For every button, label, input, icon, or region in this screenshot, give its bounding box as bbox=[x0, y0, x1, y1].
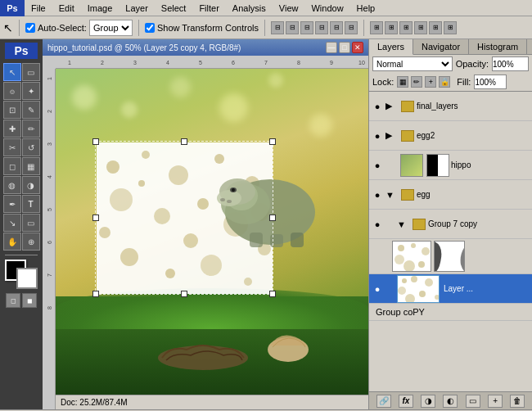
arrow-egg2[interactable]: ▶ bbox=[385, 130, 399, 141]
layer-item-group7copy[interactable]: ● ▼ Group 7 copy bbox=[369, 210, 532, 239]
dist-4[interactable]: ⊞ bbox=[414, 21, 427, 34]
layer-item-egg[interactable]: ● ▼ egg bbox=[369, 180, 532, 210]
lock-label: Lock: bbox=[372, 77, 394, 87]
show-transform-label: Show Transform Controls bbox=[157, 23, 259, 33]
hand-tool[interactable]: ✋ bbox=[3, 233, 21, 251]
eye-group7copy[interactable]: ● bbox=[371, 218, 384, 231]
menu-help[interactable]: Help bbox=[350, 2, 382, 15]
align-center[interactable]: ⊟ bbox=[286, 21, 299, 34]
text-tool[interactable]: T bbox=[22, 195, 40, 213]
gradient-tool[interactable]: ▦ bbox=[22, 157, 40, 175]
adjustment-button[interactable]: ◐ bbox=[443, 395, 458, 408]
svg-point-26 bbox=[232, 188, 235, 192]
dist-h[interactable]: ⊞ bbox=[370, 21, 383, 34]
align-top[interactable]: ⊟ bbox=[315, 21, 328, 34]
new-layer-button[interactable]: + bbox=[488, 395, 503, 408]
blur-tool[interactable]: ◍ bbox=[3, 176, 21, 194]
lasso-tool[interactable]: ⌾ bbox=[3, 82, 21, 100]
ruler-v-tick-8: 8 bbox=[47, 306, 52, 309]
ruler-horizontal: 1 2 3 4 5 6 7 8 9 10 bbox=[56, 56, 368, 69]
image-canvas[interactable] bbox=[56, 69, 368, 395]
eye-egg2[interactable]: ● bbox=[371, 129, 384, 142]
background-color[interactable] bbox=[16, 268, 38, 289]
menu-window[interactable]: Window bbox=[304, 2, 349, 15]
svg-rect-28 bbox=[270, 234, 283, 247]
tab-navigator[interactable]: Navigator bbox=[413, 39, 469, 54]
svg-point-13 bbox=[244, 278, 252, 286]
autoselect-checkbox[interactable] bbox=[25, 23, 35, 33]
dist-5[interactable]: ⊞ bbox=[429, 21, 442, 34]
normal-mode[interactable]: ◻ bbox=[6, 293, 20, 308]
name-hippo: hippo bbox=[451, 160, 530, 169]
eye-hippo[interactable]: ● bbox=[371, 159, 384, 172]
lock-all[interactable]: 🔒 bbox=[439, 76, 450, 88]
mask-button[interactable]: ◑ bbox=[421, 395, 435, 408]
foreground-background[interactable] bbox=[5, 260, 38, 289]
ruler-tick-7: 7 bbox=[264, 60, 268, 65]
show-transform-checkbox[interactable] bbox=[145, 23, 155, 33]
brush-tool[interactable]: ✏ bbox=[22, 120, 40, 138]
canvas-status-bar: Doc: 25.2M/87.4M bbox=[56, 395, 368, 409]
ruler-v-tick-1: 1 bbox=[47, 77, 52, 80]
marquee-tool[interactable]: ▭ bbox=[22, 63, 40, 81]
close-button[interactable]: ✕ bbox=[352, 42, 363, 53]
delete-button[interactable]: 🗑 bbox=[510, 395, 525, 408]
quick-select-tool[interactable]: ✦ bbox=[22, 82, 40, 100]
shape-tool[interactable]: ▭ bbox=[22, 214, 40, 232]
move-tool[interactable]: ↖ bbox=[3, 63, 21, 81]
menu-filter[interactable]: Filter bbox=[192, 2, 225, 15]
layer-item-final-layers[interactable]: ● ▶ final_layers bbox=[369, 92, 532, 121]
opacity-input[interactable] bbox=[492, 56, 529, 71]
eye-final-layers[interactable]: ● bbox=[371, 100, 384, 113]
menu-image[interactable]: Image bbox=[81, 2, 119, 15]
eraser-tool[interactable]: ◻ bbox=[3, 157, 21, 175]
layer-item-hippo[interactable]: ● hippo bbox=[369, 151, 532, 180]
group-button[interactable]: ▭ bbox=[466, 395, 480, 408]
layer-item-active[interactable]: ● Layer ... bbox=[369, 274, 532, 304]
clone-tool[interactable]: ✂ bbox=[3, 138, 21, 156]
menu-file[interactable]: File bbox=[25, 2, 52, 15]
blend-mode-select[interactable]: Normal Multiply Screen bbox=[372, 56, 453, 71]
pen-tool[interactable]: ✒ bbox=[3, 195, 21, 213]
link-button[interactable]: 🔗 bbox=[376, 395, 391, 408]
maximize-button[interactable]: □ bbox=[339, 42, 350, 53]
tab-histogram[interactable]: Histogram bbox=[469, 39, 527, 54]
eyedropper-tool[interactable]: ✎ bbox=[22, 101, 40, 119]
arrow-egg[interactable]: ▼ bbox=[385, 190, 399, 200]
dist-3[interactable]: ⊞ bbox=[399, 21, 413, 34]
menu-analysis[interactable]: Analysis bbox=[226, 2, 273, 15]
dist-v[interactable]: ⊞ bbox=[385, 21, 398, 34]
quickmask-mode[interactable]: ◼ bbox=[22, 293, 37, 308]
minimize-button[interactable]: — bbox=[326, 42, 337, 53]
menu-layer[interactable]: Layer bbox=[119, 2, 155, 15]
lock-paint[interactable]: ✏ bbox=[411, 76, 422, 88]
fill-input[interactable] bbox=[474, 75, 507, 89]
crop-tool[interactable]: ⊡ bbox=[3, 101, 21, 119]
dodge-tool[interactable]: ◑ bbox=[22, 176, 40, 194]
fx-button[interactable]: fx bbox=[399, 395, 413, 408]
tab-layers[interactable]: Layers bbox=[369, 39, 413, 55]
spot-heal-tool[interactable]: ✚ bbox=[3, 120, 21, 138]
align-right[interactable]: ⊟ bbox=[300, 21, 313, 34]
arrow-final-layers[interactable]: ▶ bbox=[385, 101, 399, 111]
svg-point-17 bbox=[183, 233, 198, 248]
zoom-tool[interactable]: ⊕ bbox=[22, 233, 40, 251]
menu-select[interactable]: Select bbox=[155, 2, 193, 15]
layer-item-egg2[interactable]: ● ▶ egg2 bbox=[369, 121, 532, 151]
history-brush-tool[interactable]: ↺ bbox=[22, 138, 40, 156]
path-select-tool[interactable]: ↘ bbox=[3, 214, 21, 232]
eye-active-layer[interactable]: ● bbox=[371, 282, 384, 296]
lock-transparency[interactable]: ▦ bbox=[397, 76, 408, 88]
name-egg2: egg2 bbox=[417, 131, 530, 140]
align-left[interactable]: ⊟ bbox=[271, 21, 284, 34]
align-bottom[interactable]: ⊟ bbox=[345, 21, 358, 34]
autoselect-select[interactable]: Group Layer bbox=[89, 20, 133, 36]
align-middle[interactable]: ⊟ bbox=[330, 21, 343, 34]
menu-edit[interactable]: Edit bbox=[52, 2, 81, 15]
svg-point-35 bbox=[422, 247, 430, 255]
lock-position[interactable]: + bbox=[425, 76, 436, 88]
dist-6[interactable]: ⊞ bbox=[444, 21, 457, 34]
eye-egg[interactable]: ● bbox=[371, 188, 384, 201]
menu-view[interactable]: View bbox=[273, 2, 305, 15]
arrow-group7copy[interactable]: ▼ bbox=[397, 219, 410, 229]
